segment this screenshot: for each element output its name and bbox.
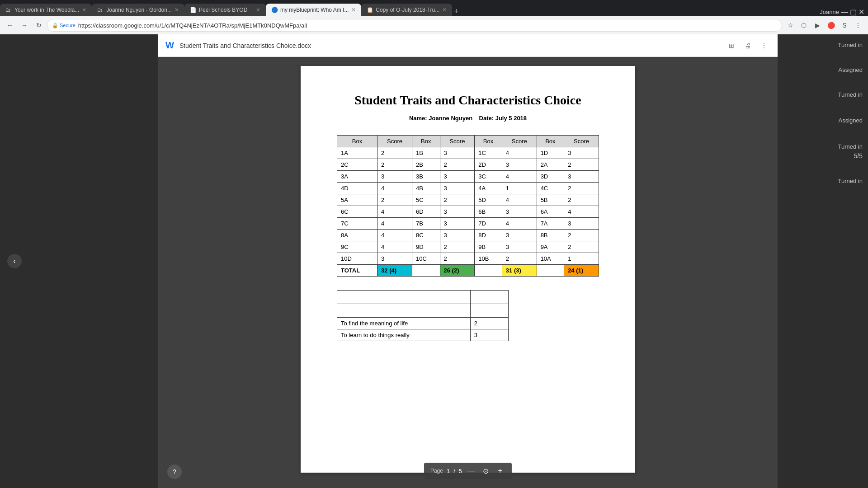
zoom-fit-button[interactable]: ⊙ <box>480 465 491 476</box>
total-empty-cell <box>412 265 440 277</box>
tab-3[interactable]: 📄 Peel Schools BYOD ✕ <box>184 4 266 16</box>
doc-title: Student Traits and Characteristics Choic… <box>179 42 311 49</box>
url-text: https://classroom.google.com/u/1/c/MTQ4N… <box>78 22 307 29</box>
current-page: 1 <box>447 468 450 474</box>
table-cell: 1B <box>412 147 440 159</box>
back-button[interactable]: ← <box>4 19 16 32</box>
sidebar-turned-in-2: Turned in <box>783 91 863 98</box>
tab-close-4[interactable]: ✕ <box>351 7 356 13</box>
table-cell: 3 <box>502 206 537 218</box>
table-cell: 2 <box>377 147 412 159</box>
table-cell: 6B <box>475 206 502 218</box>
forward-button[interactable]: → <box>18 19 31 32</box>
col-header-score2: Score <box>440 136 475 147</box>
second-table-cell <box>337 291 471 304</box>
total-score-4: 24 (1) <box>564 265 599 277</box>
table-cell: 3B <box>412 171 440 183</box>
tab-favicon-5: 📋 <box>367 7 373 13</box>
word-icon: W <box>165 40 174 51</box>
tab-bar: 🗂 Your work in The Woodla... ✕ 🗂 Joanne … <box>0 0 868 16</box>
table-cell: 10B <box>475 253 502 265</box>
table-cell: 3 <box>502 159 537 171</box>
zoom-out-button[interactable]: — <box>466 465 476 476</box>
table-cell: 5A <box>337 194 377 206</box>
total-pages: 5 <box>459 468 462 474</box>
grid-view-button[interactable]: ⊞ <box>725 39 738 52</box>
tab-close-5[interactable]: ✕ <box>442 7 447 13</box>
meaning-of-life-score: 2 <box>470 318 508 329</box>
table-cell: 9C <box>337 241 377 253</box>
table-row: 2C22B22D32A2 <box>337 159 599 171</box>
more-options-button[interactable]: ⋮ <box>758 39 770 52</box>
table-cell: 8C <box>412 230 440 241</box>
table-cell: 3 <box>440 218 475 230</box>
tab-2[interactable]: 🗂 Joanne Nguyen - Gordon... ✕ <box>92 4 184 16</box>
bookmark-button[interactable]: ☆ <box>784 19 797 32</box>
table-cell: 4 <box>377 218 412 230</box>
table-cell: 3 <box>440 183 475 194</box>
help-button[interactable]: ? <box>167 465 182 479</box>
doc-page: Student Traits and Characteristics Choic… <box>301 66 635 473</box>
doc-toolbar: W Student Traits and Characteristics Cho… <box>158 34 778 57</box>
table-cell: 4 <box>502 194 537 206</box>
table-cell: 1C <box>475 147 502 159</box>
tab-title-1: Your work in The Woodla... <box>14 7 79 13</box>
table-row: 5A25C25D45B2 <box>337 194 599 206</box>
nav-back-button[interactable]: ‹ <box>7 254 22 268</box>
table-cell: 2 <box>377 159 412 171</box>
zoom-in-button[interactable]: + <box>495 465 505 476</box>
table-cell: 5C <box>412 194 440 206</box>
table-cell: 4B <box>412 183 440 194</box>
reload-button[interactable]: ↻ <box>33 19 45 32</box>
name-label: Name: <box>409 115 427 122</box>
minimize-button[interactable]: — <box>841 8 848 16</box>
print-button[interactable]: 🖨 <box>741 39 754 52</box>
toolbar-icons: ☆ ⬡ ▶ 🔴 S ⋮ <box>784 19 864 32</box>
table-cell: 3 <box>440 147 475 159</box>
page-navigation: Page 1 / 5 — ⊙ + <box>424 463 512 479</box>
maximize-button[interactable]: ▢ <box>850 8 857 16</box>
date-value: July 5 2018 <box>495 115 527 122</box>
new-tab-button[interactable]: + <box>454 7 459 16</box>
total-score-1: 32 (4) <box>377 265 412 277</box>
table-cell: 2 <box>377 194 412 206</box>
youtube-button[interactable]: ▶ <box>811 19 824 32</box>
col-header-box1: Box <box>337 136 377 147</box>
table-cell: 3 <box>440 230 475 241</box>
table-cell: 9B <box>475 241 502 253</box>
tab-close-2[interactable]: ✕ <box>175 7 179 13</box>
tab-5[interactable]: 📋 Copy of O-July 2018-Tru... ✕ <box>361 4 452 16</box>
col-header-score4: Score <box>564 136 599 147</box>
tab-title-3: Peel Schools BYOD <box>199 7 247 13</box>
table-cell: 1A <box>337 147 377 159</box>
table-cell: 2 <box>564 194 599 206</box>
table-cell: 4 <box>502 218 537 230</box>
table-cell: 2 <box>440 241 475 253</box>
tab-favicon-4: 🔵 <box>271 7 278 13</box>
doc-scroll-area[interactable]: Student Traits and Characteristics Choic… <box>158 57 778 488</box>
table-row: 3A33B33C43D3 <box>337 171 599 183</box>
tab-4[interactable]: 🔵 my myBlueprint: Who Am I... ✕ <box>266 4 361 16</box>
tab-close-1[interactable]: ✕ <box>82 7 86 13</box>
extensions-button[interactable]: ⬡ <box>797 19 810 32</box>
vpn-button[interactable]: 🔴 <box>825 19 837 32</box>
table-cell: 3 <box>377 253 412 265</box>
table-cell: 10D <box>337 253 377 265</box>
table-cell: 2C <box>337 159 377 171</box>
doc-area: W Student Traits and Characteristics Cho… <box>158 34 778 488</box>
menu-button[interactable]: ⋮ <box>852 19 864 32</box>
tab-1[interactable]: 🗂 Your work in The Woodla... ✕ <box>0 4 92 16</box>
table-cell: 6C <box>337 206 377 218</box>
table-cell: 2B <box>412 159 440 171</box>
skype-button[interactable]: S <box>838 19 851 32</box>
table-cell: 2 <box>564 183 599 194</box>
tab-close-3[interactable]: ✕ <box>256 7 260 13</box>
address-bar[interactable]: 🔒 Secure https://classroom.google.com/u/… <box>47 19 782 32</box>
close-window-button[interactable]: ✕ <box>859 8 864 16</box>
table-cell: 4 <box>377 241 412 253</box>
tab-title-5: Copy of O-July 2018-Tru... <box>376 7 439 13</box>
col-header-score3: Score <box>502 136 537 147</box>
table-cell: 8B <box>537 230 564 241</box>
table-cell: 4C <box>537 183 564 194</box>
table-cell: 5B <box>537 194 564 206</box>
